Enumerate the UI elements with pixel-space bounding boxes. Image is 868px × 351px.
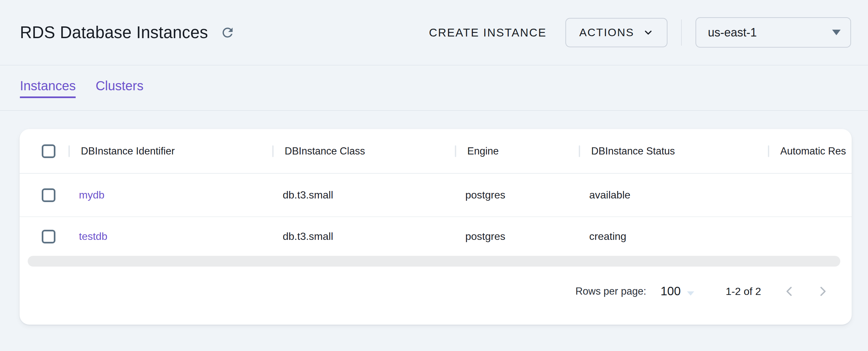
instance-class-cell: db.t3.small: [273, 189, 456, 201]
rows-per-page-select[interactable]: 100: [661, 285, 694, 298]
title-group: RDS Database Instances: [20, 23, 236, 42]
instance-status-cell: available: [580, 189, 769, 201]
table-row: testdb db.t3.small postgres creating: [20, 217, 852, 256]
instance-engine-cell: postgres: [456, 230, 580, 243]
column-header-automatic: Automatic Res: [769, 146, 852, 157]
column-header-status: DBInstance Status: [580, 146, 769, 157]
row-checkbox[interactable]: [42, 188, 56, 202]
instances-table-card: DBInstance Identifier DBInstance Class E…: [20, 129, 852, 325]
column-separator: [455, 146, 456, 157]
table-row: mydb db.t3.small postgres available: [20, 174, 852, 217]
instance-identifier-link[interactable]: testdb: [69, 230, 273, 243]
pagination-range-label: 1-2 of 2: [725, 286, 761, 297]
dropdown-arrow-icon: [832, 30, 841, 35]
refresh-button[interactable]: [219, 24, 236, 41]
create-instance-button[interactable]: CREATE INSTANCE: [429, 26, 547, 39]
instance-engine-cell: postgres: [456, 189, 580, 201]
region-selector[interactable]: us-east-1: [695, 17, 851, 47]
chevron-left-icon: [783, 285, 795, 298]
table-pagination: Rows per page: 100 1-2 of 2: [20, 266, 852, 324]
rows-per-page-value: 100: [661, 285, 681, 298]
column-separator: [272, 146, 274, 157]
select-all-checkbox[interactable]: [42, 145, 56, 158]
tab-clusters[interactable]: Clusters: [96, 78, 144, 98]
next-page-button[interactable]: [815, 282, 831, 301]
page-title: RDS Database Instances: [20, 23, 208, 42]
column-separator: [68, 146, 70, 157]
horizontal-scrollbar-thumb[interactable]: [28, 256, 840, 266]
previous-page-button[interactable]: [781, 282, 797, 301]
rds-console-screen: RDS Database Instances CREATE INSTANCE A…: [0, 0, 868, 351]
row-select-cell: [20, 188, 69, 202]
tab-instances[interactable]: Instances: [20, 78, 76, 98]
instance-class-cell: db.t3.small: [273, 230, 456, 243]
chevron-down-icon: [643, 27, 654, 38]
header-divider: [681, 20, 682, 45]
select-all-cell: [20, 145, 69, 158]
column-separator: [768, 146, 769, 157]
chevron-right-icon: [817, 285, 829, 298]
table-header-row: DBInstance Identifier DBInstance Class E…: [20, 129, 852, 174]
horizontal-scrollbar-track: [20, 256, 852, 266]
tab-bar: Instances Clusters: [0, 66, 868, 111]
region-selector-value: us-east-1: [708, 26, 757, 39]
column-header-class: DBInstance Class: [273, 146, 456, 157]
column-header-identifier: DBInstance Identifier: [69, 146, 273, 157]
instance-status-cell: creating: [580, 230, 769, 243]
actions-dropdown-button[interactable]: ACTIONS: [565, 18, 668, 47]
dropdown-arrow-icon: [687, 291, 694, 296]
header-actions: CREATE INSTANCE ACTIONS us-east-1: [429, 17, 851, 47]
instance-identifier-link[interactable]: mydb: [69, 189, 273, 201]
app-header: RDS Database Instances CREATE INSTANCE A…: [0, 0, 868, 65]
row-select-cell: [20, 230, 69, 244]
column-separator: [579, 146, 580, 157]
row-checkbox[interactable]: [42, 230, 56, 244]
actions-button-label: ACTIONS: [579, 26, 634, 39]
refresh-icon: [220, 25, 235, 40]
rows-per-page-label: Rows per page:: [576, 286, 646, 297]
column-header-engine: Engine: [456, 146, 580, 157]
